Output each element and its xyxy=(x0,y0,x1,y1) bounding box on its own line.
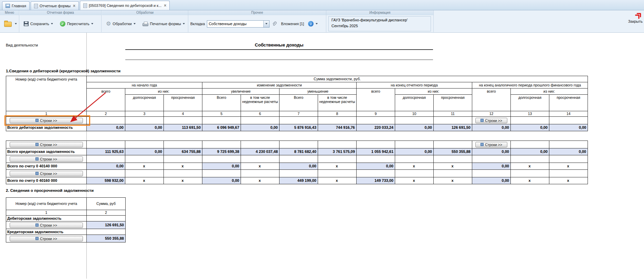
amount-cell: 0,00 xyxy=(472,177,511,184)
close-tab-icon[interactable]: × xyxy=(73,4,75,8)
grid-icon xyxy=(481,119,484,122)
chevron-down-icon[interactable] xyxy=(316,23,318,24)
toolbar-group-info: Информация ГАУЗ 'Врачебно-физкультурный … xyxy=(326,10,434,33)
menu-folder-button[interactable] xyxy=(2,19,14,28)
attachments-button[interactable]: Вложения [1] xyxy=(279,20,306,27)
column-number-cell: 8 xyxy=(318,111,357,117)
paperclip-icon xyxy=(272,21,277,27)
amount-cell: 0,00 xyxy=(125,148,164,155)
grid-icon xyxy=(35,119,39,122)
title-rule xyxy=(125,60,433,60)
amount-cell: 126 691,50 xyxy=(87,221,126,229)
header-cell: долгосрочная xyxy=(395,95,434,111)
chevron-down-icon[interactable] xyxy=(15,23,17,24)
header-cell: в том числе неденежные расчеты xyxy=(241,95,279,111)
save-icon xyxy=(24,21,29,26)
column-number-cell: 1 xyxy=(6,111,87,117)
rows-expand-button-debit-prev[interactable]: Строки >> xyxy=(475,118,507,123)
grid-icon xyxy=(35,143,39,146)
column-number-cell: 2 xyxy=(87,210,126,216)
amount-cell: 0,00 xyxy=(395,124,434,131)
check-icon: ✓ xyxy=(60,21,65,27)
close-form-button[interactable]: Закрыть xyxy=(622,11,643,23)
rows-button-label: Строки >> xyxy=(485,143,502,147)
rows-expand-button-40160[interactable]: Строки >> xyxy=(10,171,83,176)
save-button[interactable]: Сохранить xyxy=(22,20,55,28)
empty-cell xyxy=(395,141,434,148)
amount-cell: 449 199,00 xyxy=(279,177,318,184)
empty-cell xyxy=(395,155,434,163)
empty-cell xyxy=(357,170,395,177)
rows-expand-button-overdue-credit[interactable]: Строки >> xyxy=(10,236,83,241)
amount-cell: x xyxy=(164,163,202,170)
amount-cell: 550 355,88 xyxy=(87,235,126,242)
rows-button-label: Строки >> xyxy=(40,157,57,161)
row-label-cell: Кредиторская задолженность xyxy=(6,229,87,235)
group-title: Обработки xyxy=(102,10,188,15)
amount-cell: 0,00 xyxy=(549,148,588,155)
chevron-down-icon xyxy=(51,23,53,24)
amount-cell: 1 055 942,61 xyxy=(357,148,395,155)
header-cell: долгосрочная xyxy=(125,95,164,111)
amount-cell: 0,00 xyxy=(511,148,549,155)
info-icon[interactable]: i xyxy=(308,21,314,27)
rows-expand-button-credit[interactable]: Строки >> xyxy=(10,142,83,147)
toolbar-group-menu: Меню xyxy=(0,10,19,33)
processing-button[interactable]: ⚙ Обработки xyxy=(104,20,138,28)
tab-report-forms[interactable]: Отчетные формы × xyxy=(31,1,79,10)
amount-cell: 634 755,88 xyxy=(164,148,202,155)
header-cell: просроченная xyxy=(549,95,588,111)
grid-icon xyxy=(35,224,39,227)
empty-cell xyxy=(87,170,125,177)
debt-table-credit: Строки >> Строки >> Всего кредиторская xyxy=(6,141,588,184)
tab-home[interactable]: Главная xyxy=(2,1,30,10)
document-icon xyxy=(83,3,87,8)
rows-button-cell: Строки >> xyxy=(6,155,87,163)
group-title: Прочее xyxy=(188,10,326,15)
column-number-cell: 2 xyxy=(87,111,125,117)
header-cell-account: Номер (код) счета бюджетного учета xyxy=(6,198,87,210)
tab-field-label: Вкладка xyxy=(190,22,205,26)
header-cell-sum: Сумма задолженности, руб. xyxy=(87,76,588,82)
recalculate-button-label: Пересчитать xyxy=(67,22,89,26)
close-tab-icon[interactable]: × xyxy=(164,3,166,8)
empty-cell xyxy=(279,141,318,148)
folder-icon xyxy=(4,22,12,27)
amount-cell: x xyxy=(241,177,279,184)
empty-cell xyxy=(395,170,434,177)
amount-cell: 0,00 xyxy=(472,163,511,170)
print-forms-button[interactable]: Печатные формы xyxy=(140,20,187,28)
empty-cell xyxy=(87,117,125,124)
rows-button-label: Строки >> xyxy=(40,143,57,147)
info-panel: ГАУЗ 'Врачебно-физкультурный диспансер' … xyxy=(328,16,431,31)
rows-button-cell: Строки >> xyxy=(6,170,87,177)
empty-cell xyxy=(318,170,357,177)
rows-expand-button-overdue-debit[interactable]: Строки >> xyxy=(10,222,83,228)
rows-expand-button-debit[interactable]: Строки >> xyxy=(10,118,83,123)
empty-cell xyxy=(125,141,164,148)
print-forms-button-label: Печатные формы xyxy=(150,22,181,26)
amount-cell: x xyxy=(125,163,164,170)
column-number-cell: 3 xyxy=(125,111,164,117)
amount-cell: x xyxy=(318,177,357,184)
rows-expand-button-credit-prev[interactable]: Строки >> xyxy=(475,142,507,147)
header-cell: просроченная xyxy=(434,95,472,111)
rows-expand-button-40140[interactable]: Строки >> xyxy=(10,156,83,162)
recalculate-button[interactable]: ✓ Пересчитать xyxy=(58,20,95,28)
amount-cell: 0,00 xyxy=(549,124,588,131)
grid-icon xyxy=(35,157,39,160)
amount-cell: x xyxy=(125,177,164,184)
empty-cell xyxy=(164,170,202,177)
empty-cell xyxy=(434,141,472,148)
empty-cell xyxy=(87,229,126,235)
amount-cell: 0,00 xyxy=(472,148,511,155)
combo-dropdown-button[interactable] xyxy=(263,21,269,27)
amount-cell: 0,00 xyxy=(87,124,125,131)
amount-cell: 0,00 xyxy=(202,177,241,184)
tab-current-form[interactable]: [0503769] Сведения по дебиторской и к...… xyxy=(80,1,170,10)
empty-cell xyxy=(511,170,549,177)
gear-icon: ⚙ xyxy=(106,21,111,27)
tab-select[interactable]: Собственные доходы xyxy=(207,20,270,28)
column-number-cell: 6 xyxy=(241,111,279,117)
amount-cell: 0,00 xyxy=(202,163,241,170)
